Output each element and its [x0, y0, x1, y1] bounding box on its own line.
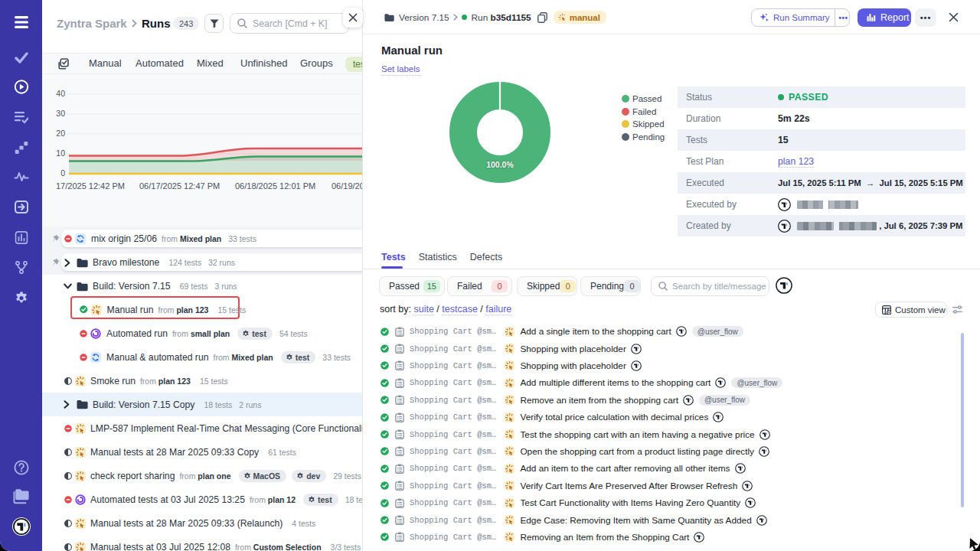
svg-text:100.0%: 100.0%: [486, 160, 514, 169]
